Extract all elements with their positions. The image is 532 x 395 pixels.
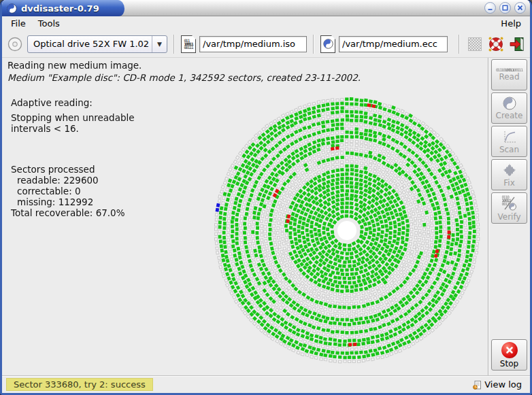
stop-button[interactable]: Stop — [491, 339, 527, 371]
preferences-button — [466, 35, 484, 53]
drive-selector[interactable]: Optical drive 52X FW 1.02 ▼ — [27, 35, 167, 53]
read-binary-icon: 01110 10011 00111 — [496, 68, 522, 71]
fix-button: Fix — [491, 159, 527, 190]
minimize-button[interactable] — [484, 2, 496, 14]
menu-file[interactable]: File — [5, 18, 32, 29]
ecc-file-icon — [320, 35, 335, 53]
status-message: Sector 333680, try 2: success — [6, 378, 153, 391]
close-icon — [516, 4, 524, 12]
quit-button[interactable] — [508, 35, 526, 53]
maximize-icon — [501, 4, 509, 12]
image-file-input[interactable] — [199, 36, 307, 52]
verify-button: 0110 10011 00111 Verify — [491, 192, 527, 224]
app-yinyang-icon — [7, 3, 17, 14]
stopping-line-2: intervals < 16. — [11, 123, 135, 134]
preferences-icon-disabled — [468, 37, 482, 51]
drive-select-button[interactable] — [6, 35, 24, 53]
close-button[interactable] — [514, 2, 526, 14]
minimize-icon — [486, 4, 494, 12]
menu-help[interactable]: Help — [495, 18, 527, 29]
help-button[interactable] — [487, 35, 505, 53]
total-recoverable: Total recoverable: 67.0% — [11, 207, 135, 218]
menu-tools[interactable]: Tools — [32, 18, 66, 29]
disc-icon — [7, 36, 23, 52]
status-line-1: Reading new medium image. — [7, 60, 482, 71]
drive-selector-value: Optical drive 52X FW 1.02 — [28, 39, 152, 49]
view-log-icon — [472, 380, 482, 390]
toolbar-separator — [173, 35, 175, 54]
chevron-down-icon: ▼ — [152, 36, 167, 52]
title-tab[interactable]: dvdisaster-0.79 — [2, 0, 124, 16]
adaptive-reading-panel: Adaptive reading: Stopping when unreadab… — [11, 97, 135, 218]
sectors-missing: missing: 112992 — [11, 196, 135, 207]
action-sidebar: 01110 10011 00111 Read Create — [488, 58, 530, 375]
view-log-button[interactable]: View log — [468, 379, 526, 390]
toolbar: Optical drive 52X FW 1.02 ▼ 011 10011 00… — [2, 31, 530, 58]
app-window: dvdisaster-0.79 File Tools Help — [0, 0, 532, 395]
maximize-button[interactable] — [499, 2, 511, 14]
lifebuoy-icon — [488, 36, 504, 52]
sectors-processed-title: Sectors processed — [11, 164, 135, 175]
drawing-area: Reading new medium image. Medium "Exampl… — [2, 58, 488, 375]
statusbar: Sector 333680, try 2: success View log — [2, 375, 530, 393]
stop-icon — [501, 342, 518, 358]
verify-icon: 0110 10011 00111 — [501, 195, 518, 211]
scan-button: Scan — [491, 126, 527, 157]
create-yinyang-icon — [503, 97, 516, 110]
toolbar-separator — [313, 35, 314, 54]
read-button: 01110 10011 00111 Read — [491, 59, 527, 90]
window-title: dvdisaster-0.79 — [21, 3, 99, 14]
menubar: File Tools Help — [2, 16, 530, 31]
exit-door-icon — [509, 36, 525, 52]
toolbar-separator — [459, 35, 460, 54]
medium-info-line: Medium "Example disc": CD-R mode 1, 3425… — [7, 72, 482, 83]
fix-puzzle-icon — [502, 162, 517, 177]
adaptive-reading-title: Adaptive reading: — [11, 97, 135, 108]
sectors-readable: readable: 229600 — [11, 175, 135, 186]
scan-curve-icon — [502, 129, 517, 144]
titlebar: dvdisaster-0.79 — [2, 0, 530, 16]
image-file-icon: 011 10011 00111 — [181, 35, 196, 53]
sectors-correctable: correctable: 0 — [11, 186, 135, 196]
ecc-file-input[interactable] — [339, 36, 448, 52]
create-button: Create — [491, 92, 527, 124]
stopping-line-1: Stopping when unreadable — [11, 112, 135, 123]
